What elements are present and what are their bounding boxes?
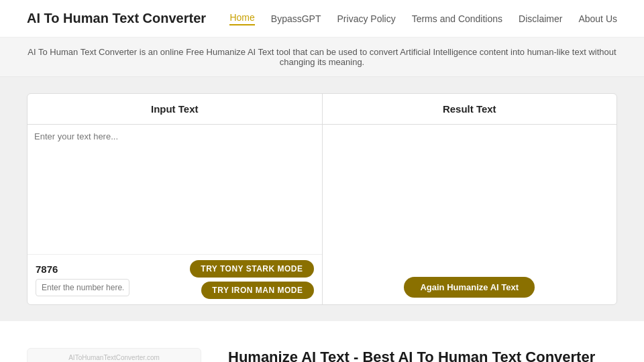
- sub-header-banner: AI To Human Text Converter is an online …: [0, 38, 644, 77]
- sub-header-text: AI To Human Text Converter is an online …: [28, 47, 616, 67]
- tool-area: Input Text 7876 TRY TONY STARK MODE TRY …: [0, 77, 644, 321]
- bottom-heading: Humanize AI Text - Best AI To Human Text…: [228, 348, 617, 362]
- text-content: Humanize AI Text - Best AI To Human Text…: [228, 348, 617, 362]
- panels-container: Input Text 7876 TRY TONY STARK MODE TRY …: [27, 93, 617, 305]
- nav-privacy[interactable]: Privacy Policy: [337, 13, 396, 24]
- result-panel-body: [323, 125, 617, 270]
- input-panel-footer: 7876 TRY TONY STARK MODE TRY IRON MAN MO…: [28, 254, 322, 304]
- input-panel-body: [28, 125, 322, 254]
- nav-about[interactable]: About Us: [578, 13, 617, 24]
- main-nav: Home BypassGPT Privacy Policy Terms and …: [229, 12, 617, 25]
- char-count: 7876: [36, 263, 129, 275]
- input-textarea[interactable]: [34, 131, 315, 245]
- nav-disclaimer[interactable]: Disclaimer: [519, 13, 562, 24]
- result-panel-title: Result Text: [323, 94, 617, 125]
- tony-stark-button[interactable]: TRY TONY STARK MODE: [190, 260, 313, 278]
- nav-home[interactable]: Home: [229, 12, 254, 25]
- result-panel-footer: Again Humanize AI Text: [323, 270, 617, 304]
- input-panel: Input Text 7876 TRY TONY STARK MODE TRY …: [28, 94, 323, 304]
- iron-man-button[interactable]: TRY IRON MAN MODE: [201, 282, 313, 299]
- result-panel: Result Text Again Humanize AI Text: [323, 94, 617, 304]
- result-textarea[interactable]: [329, 131, 610, 245]
- input-panel-title: Input Text: [28, 94, 322, 125]
- nav-bypassgpt[interactable]: BypassGPT: [271, 13, 321, 24]
- header: AI To Human Text Converter Home BypassGP…: [0, 0, 644, 38]
- action-buttons: TRY TONY STARK MODE TRY IRON MAN MODE: [190, 260, 313, 299]
- logo: AI To Human Text Converter: [27, 11, 206, 26]
- illus-url: AIToHumanTextConverter.com: [68, 354, 160, 361]
- number-input[interactable]: [36, 279, 129, 296]
- bottom-section: AIToHumanTextConverter.com: [0, 321, 644, 362]
- nav-terms[interactable]: Terms and Conditions: [412, 13, 502, 24]
- illustration-area: AIToHumanTextConverter.com: [27, 348, 201, 362]
- humanize-button[interactable]: Again Humanize AI Text: [404, 277, 535, 298]
